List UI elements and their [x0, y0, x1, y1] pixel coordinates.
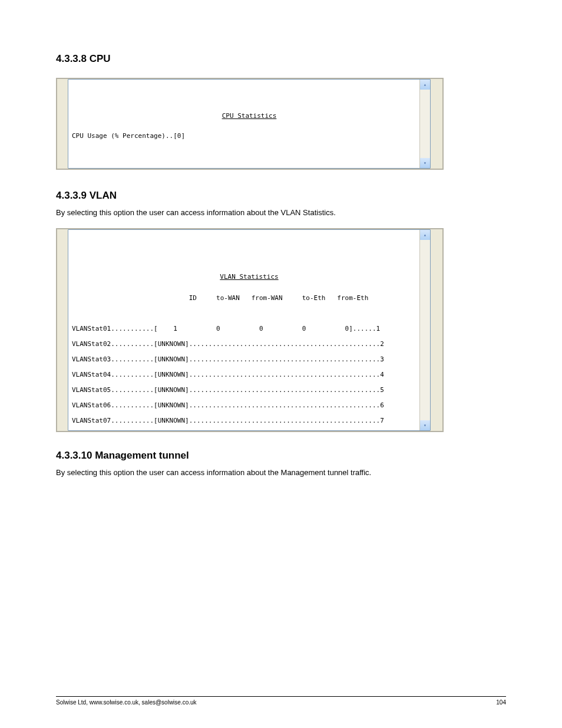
blank-line — [72, 163, 427, 169]
cpu-terminal: CPU Statistics CPU Usage (% Percentage).… — [68, 79, 431, 169]
page-footer: Solwise Ltd, www.solwise.co.uk, sales@so… — [56, 696, 506, 706]
scroll-track[interactable] — [420, 240, 430, 420]
scroll-down-icon[interactable]: ▾ — [420, 158, 430, 168]
blank-line — [72, 147, 427, 155]
vlan-row[interactable]: VLANStat06...........[UNKNOWN]..........… — [72, 401, 427, 409]
scrollbar[interactable]: ▴ ▾ — [419, 230, 430, 430]
cpu-usage-line: CPU Usage (% Percentage)..[0] — [72, 132, 427, 140]
scroll-down-icon[interactable]: ▾ — [420, 420, 430, 430]
vlan-row[interactable]: VLANStat07...........[UNKNOWN]..........… — [72, 417, 427, 424]
heading-mgmt-tunnel: 4.3.3.10 Management tunnel — [56, 450, 506, 462]
vlan-col-header: ID to-WAN from-WAN to-Eth from-Eth — [72, 294, 427, 302]
footer-page-number: 104 — [496, 699, 506, 706]
vlan-row[interactable]: VLANStat03...........[UNKNOWN]..........… — [72, 355, 427, 363]
vlan-row[interactable]: VLANStat05...........[UNKNOWN]..........… — [72, 386, 427, 394]
vlan-row[interactable]: VLANStat01...........[ 1 0 0 0 0]......1 — [72, 325, 427, 332]
heading-cpu: 4.3.3.8 CPU — [56, 53, 506, 65]
scrollbar[interactable]: ▴ ▾ — [419, 80, 430, 168]
scroll-up-icon[interactable]: ▴ — [420, 230, 430, 240]
vlan-terminal: VLAN Statistics ID to-WAN from-WAN to-Et… — [68, 229, 431, 431]
vlan-paragraph: By selecting this option the user can ac… — [56, 207, 506, 219]
cpu-terminal-frame: CPU Statistics CPU Usage (% Percentage).… — [56, 78, 444, 170]
vlan-row[interactable]: VLANStat04...........[UNKNOWN]..........… — [72, 371, 427, 378]
footer-left: Solwise Ltd, www.solwise.co.uk, sales@so… — [56, 699, 197, 706]
vlan-terminal-title: VLAN Statistics — [72, 255, 427, 286]
blank-line — [72, 309, 427, 317]
scroll-up-icon[interactable]: ▴ — [420, 80, 430, 90]
scroll-track[interactable] — [420, 90, 430, 158]
heading-vlan: 4.3.3.9 VLAN — [56, 190, 506, 202]
vlan-terminal-frame: VLAN Statistics ID to-WAN from-WAN to-Et… — [56, 228, 444, 432]
vlan-row[interactable]: VLANStat02...........[UNKNOWN]..........… — [72, 340, 427, 348]
mgmt-paragraph: By selecting this option the user can ac… — [56, 467, 506, 479]
page: 4.3.3.8 CPU CPU Statistics CPU Usage (% … — [0, 0, 562, 728]
cpu-terminal-title: CPU Statistics — [72, 105, 427, 124]
